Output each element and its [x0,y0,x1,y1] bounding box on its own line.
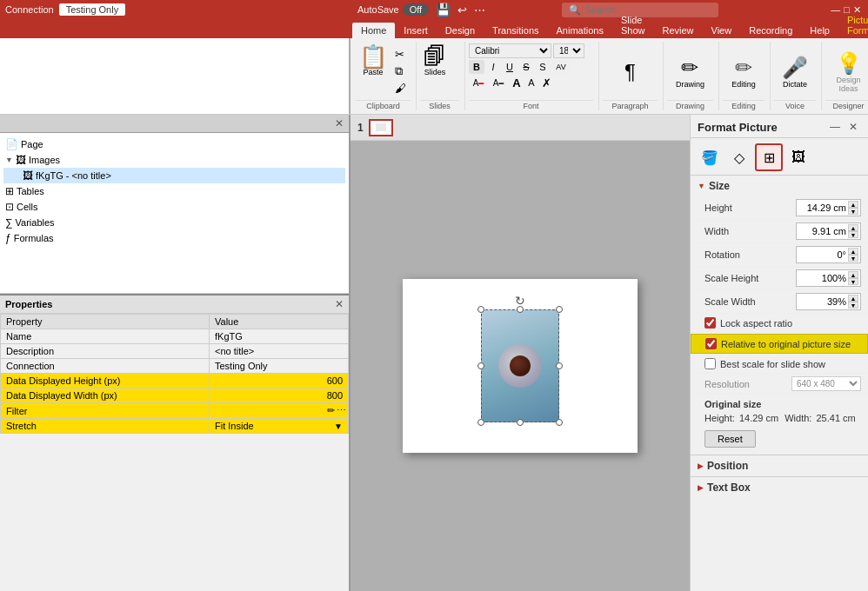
slide-bg[interactable]: ↻ [403,279,638,453]
copy-btn[interactable]: ⧉ [392,63,409,79]
tab-insert[interactable]: Insert [395,23,437,38]
font-color-btn[interactable]: A▬ [489,76,508,90]
tab-help[interactable]: Help [801,23,838,38]
width-value[interactable]: 9.91 cm [800,226,846,236]
scale-width-value[interactable]: 39% [800,296,846,307]
strikethrough-btn[interactable]: S [518,60,534,74]
height-input[interactable]: 14.29 cm ▲ ▼ [796,199,861,216]
italic-btn[interactable]: I [485,60,501,74]
textbox-section-label: Text Box [707,481,751,494]
scale-width-input[interactable]: 39% ▲ ▼ [796,293,861,310]
best-scale-label: Best scale for slide show [720,359,825,369]
tree-item-cells[interactable]: ⊡ Cells [3,199,345,215]
scale-height-label: Scale Height [704,273,796,283]
height-spin-up[interactable]: ▲ [848,201,858,208]
tree-item-fkgtg[interactable]: 🖼 fKgTG - <no title> [3,168,345,183]
handle-tm[interactable] [517,306,524,313]
handle-ml[interactable] [477,362,484,369]
tree-item-tables[interactable]: ⊞ Tables [3,183,345,199]
clear-format-btn[interactable]: ✗ [538,76,554,90]
editing-btn[interactable]: ✏ Editing [728,54,759,90]
paragraph-group-label: Paragraph [603,100,658,110]
tree-item-formulas[interactable]: ƒ Formulas [3,230,345,246]
slides-btn[interactable]: 🗐 Slides [420,43,450,78]
width-spin-down[interactable]: ▼ [848,231,858,238]
scale-height-value[interactable]: 100% [800,273,846,283]
handle-tl[interactable] [477,306,484,313]
bold-btn[interactable]: B [469,60,484,74]
dictate-btn[interactable]: 🎤 Dictate [778,54,811,90]
handle-bl[interactable] [477,419,484,426]
fkgtg-icon: 🖼 [23,169,33,182]
scale-width-spin-up[interactable]: ▲ [848,295,858,302]
size-section-header[interactable]: ▼ Size [691,176,868,196]
props-table: Property Value Name fKgTG [0,314,349,434]
tab-view[interactable]: View [703,23,741,38]
fp-tab-picture[interactable]: 🖼 [785,143,812,171]
stretch-dropdown-icon[interactable]: ▼ [334,422,343,431]
handle-br[interactable] [556,419,563,426]
text-color-btn[interactable]: A▬ [469,76,488,90]
scale-width-spin-down[interactable]: ▼ [848,302,858,309]
fp-tab-size[interactable]: ⊞ [755,143,783,171]
width-input[interactable]: 9.91 cm ▲ ▼ [796,222,861,240]
tab-design[interactable]: Design [437,23,484,38]
scale-height-spin-down[interactable]: ▼ [848,278,858,285]
font-size-select[interactable]: 18 [553,43,584,58]
textbox-section-header[interactable]: ▶ Text Box [691,477,868,498]
relative-original-checkbox[interactable] [705,338,717,349]
increase-font-btn[interactable]: A [509,76,524,90]
cut-btn[interactable]: ✂ [392,47,409,62]
panel-collapse-btn[interactable]: — [826,120,844,134]
resolution-select[interactable]: 640 x 480 800 x 600 [791,376,861,391]
panel-close-btn[interactable]: ✕ [845,120,861,134]
handle-bm[interactable] [517,419,524,426]
scale-height-spin-up[interactable]: ▲ [848,271,858,278]
tab-picture-format[interactable]: Picture Form... [838,12,868,38]
scale-height-input[interactable]: 100% ▲ ▼ [796,269,861,287]
filter-edit-icon[interactable]: ✏ [327,405,335,416]
tab-transitions[interactable]: Transitions [484,23,547,38]
height-value[interactable]: 14.29 cm [800,203,846,213]
underline-btn[interactable]: U [502,60,517,74]
paste-btn[interactable]: 📋 Paste [356,43,391,78]
props-close-btn[interactable]: ✕ [335,298,344,310]
fp-tab-fill[interactable]: 🪣 [696,143,724,171]
design-ideas-btn[interactable]: 💡 Design Ideas [825,50,868,95]
tab-animations[interactable]: Animations [548,23,612,38]
rotation-spin-up[interactable]: ▲ [848,248,858,255]
filter-more-icon[interactable]: ⋯ [337,405,346,416]
best-scale-checkbox[interactable] [704,358,716,369]
handle-tr[interactable] [556,306,563,313]
tab-review[interactable]: Review [653,23,702,38]
paragraph-btn[interactable]: ¶ [621,58,639,86]
rotation-spin-down[interactable]: ▼ [848,255,858,262]
tree-header: ✕ [0,115,349,133]
drawing-group: ✏ Drawing Drawing [667,42,719,110]
width-spin-up[interactable]: ▲ [848,224,858,231]
handle-mr[interactable] [556,362,563,369]
tab-home[interactable]: Home [352,23,395,38]
reset-button[interactable]: Reset [704,430,756,448]
rotation-value[interactable]: 0° [800,249,846,260]
text-shadow-btn[interactable]: S [535,60,551,74]
tree-item-page[interactable]: 📄 Page [3,136,345,152]
char-spacing-btn[interactable]: AV [551,60,571,74]
props-row-data-width: Data Displayed Width (px) 800 [1,388,349,403]
tab-recording[interactable]: Recording [740,23,801,38]
fp-tab-effects[interactable]: ◇ [725,143,753,171]
decrease-font-btn[interactable]: A [525,76,537,90]
format-painter-btn[interactable]: 🖌 [392,81,409,96]
tree-close-btn[interactable]: ✕ [335,117,344,129]
font-name-select[interactable]: Calibri [469,43,551,58]
image-selection[interactable]: ↻ [481,309,559,422]
tab-slideshow[interactable]: Slide Show [612,12,654,38]
lock-aspect-checkbox[interactable] [704,317,716,329]
height-spin-down[interactable]: ▼ [848,208,858,215]
position-section-header[interactable]: ▶ Position [691,455,868,476]
drawing-btn[interactable]: ✏ Drawing [672,54,708,90]
orig-height-label: Height: [704,413,735,423]
rotation-input[interactable]: 0° ▲ ▼ [796,246,861,263]
tree-item-images[interactable]: ▼ 🖼 Images [3,152,345,168]
tree-item-variables[interactable]: ∑ Variables [3,215,345,230]
